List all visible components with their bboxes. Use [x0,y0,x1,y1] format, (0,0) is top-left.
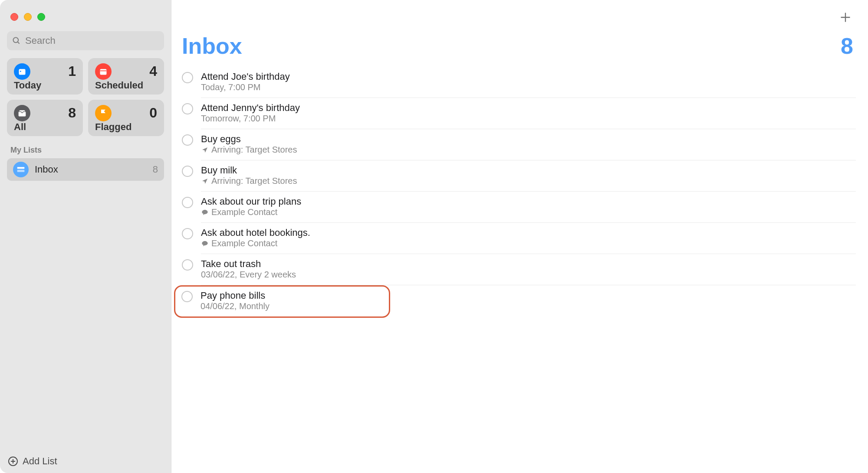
reminder-item[interactable]: Attend Joe's birthdayToday, 7:00 PM [182,67,856,98]
reminder-title: Ask about hotel bookings. [201,227,856,238]
reminder-checkbox[interactable] [182,166,193,177]
smart-list-flagged-count: 0 [149,105,157,121]
reminder-subtitle: Example Contact [201,238,856,248]
reminder-text: Attend Jenny's birthdayTomorrow, 7:00 PM [201,102,856,129]
reminder-checkbox[interactable] [182,197,193,208]
list-header: Inbox 8 [182,33,856,59]
plus-icon [839,11,852,23]
reminders-list: Attend Joe's birthdayToday, 7:00 PMAtten… [182,67,856,318]
add-list-button[interactable]: Add List [8,456,57,467]
message-icon [201,240,209,248]
reminder-item[interactable]: Ask about hotel bookings.Example Contact [182,223,856,254]
reminder-checkbox[interactable] [182,228,193,239]
reminder-subtitle-text: 04/06/22, Monthly [201,301,270,311]
reminder-item[interactable]: Buy eggsArriving: Target Stores [182,129,856,160]
reminder-subtitle: 03/06/22, Every 2 weeks [201,270,856,280]
reminder-text: Buy eggsArriving: Target Stores [201,134,856,160]
list-icon [13,162,29,177]
smart-list-all-label: All [14,121,76,133]
reminder-text: Ask about hotel bookings.Example Contact [201,227,856,254]
location-icon [201,177,209,185]
reminder-item[interactable]: Pay phone bills04/06/22, Monthly [174,285,390,318]
reminder-title: Pay phone bills [201,290,383,301]
smart-list-all-count: 8 [68,105,76,121]
search-input[interactable] [25,35,159,46]
scheduled-icon [95,63,112,80]
reminder-title: Attend Joe's birthday [201,71,856,82]
reminder-checkbox[interactable] [182,134,193,146]
reminder-title: Take out trash [201,258,856,270]
reminder-subtitle-text: Arriving: Target Stores [211,176,297,186]
reminder-text: Ask about our trip plansExample Contact [201,196,856,223]
app-window: 1 Today 4 Scheduled 8 [0,0,868,473]
message-icon [201,209,209,216]
reminder-subtitle: 04/06/22, Monthly [201,301,383,311]
reminder-text: Attend Joe's birthdayToday, 7:00 PM [201,71,856,98]
smart-list-flagged[interactable]: 0 Flagged [88,100,164,136]
reminder-text: Buy milkArriving: Target Stores [201,165,856,192]
window-minimize-button[interactable] [24,13,32,21]
reminder-subtitle-text: Example Contact [211,238,277,248]
add-list-label: Add List [23,456,57,467]
svg-rect-7 [17,170,25,172]
window-close-button[interactable] [10,13,18,21]
smart-list-all[interactable]: 8 All [7,100,83,136]
location-icon [201,146,209,154]
reminder-item[interactable]: Attend Jenny's birthdayTomorrow, 7:00 PM [182,98,856,129]
search-icon [12,36,21,45]
reminder-title: Buy eggs [201,134,856,145]
search-field-container[interactable] [7,31,164,50]
main-panel: Inbox 8 Attend Joe's birthdayToday, 7:00… [171,0,868,473]
reminder-subtitle: Example Contact [201,207,856,217]
reminder-checkbox[interactable] [182,259,193,271]
reminder-subtitle-text: 03/06/22, Every 2 weeks [201,270,296,280]
reminder-subtitle: Today, 7:00 PM [201,82,856,92]
svg-rect-4 [100,69,107,75]
reminder-text: Pay phone bills04/06/22, Monthly [201,290,383,316]
toolbar [838,10,853,25]
reminder-checkbox[interactable] [182,103,193,114]
flagged-icon [95,105,112,121]
smart-list-today-count: 1 [68,63,76,79]
svg-point-0 [13,38,19,43]
reminder-title: Ask about our trip plans [201,196,856,207]
svg-rect-2 [19,69,26,75]
list-title: Inbox [182,33,242,59]
smart-list-flagged-label: Flagged [95,121,157,133]
plus-circle-icon [8,456,18,466]
smart-list-today[interactable]: 1 Today [7,58,83,95]
smart-list-scheduled-label: Scheduled [95,80,157,91]
list-header-count: 8 [841,33,853,59]
reminder-subtitle: Arriving: Target Stores [201,145,856,155]
reminder-subtitle: Arriving: Target Stores [201,176,856,186]
svg-line-1 [18,42,20,44]
reminder-item[interactable]: Take out trash03/06/22, Every 2 weeks [182,254,856,285]
reminder-subtitle-text: Arriving: Target Stores [211,145,297,155]
add-reminder-button[interactable] [838,10,853,25]
smart-lists-grid: 1 Today 4 Scheduled 8 [7,58,164,136]
reminder-subtitle: Tomorrow, 7:00 PM [201,114,856,124]
smart-list-scheduled[interactable]: 4 Scheduled [88,58,164,95]
reminder-title: Buy milk [201,165,856,176]
smart-list-scheduled-count: 4 [149,63,157,79]
reminder-checkbox[interactable] [181,291,193,302]
reminder-item[interactable]: Buy milkArriving: Target Stores [182,160,856,192]
svg-rect-6 [17,167,25,169]
sidebar-list-inbox[interactable]: Inbox 8 [7,158,164,181]
smart-list-today-label: Today [14,80,76,91]
reminder-item[interactable]: Ask about our trip plansExample Contact [182,192,856,223]
reminder-subtitle-text: Today, 7:00 PM [201,82,260,92]
traffic-lights [7,8,164,31]
window-zoom-button[interactable] [37,13,45,21]
today-icon [14,63,30,80]
reminder-text: Take out trash03/06/22, Every 2 weeks [201,258,856,285]
sidebar-list-inbox-count: 8 [153,164,158,175]
all-icon [14,105,30,121]
reminder-checkbox[interactable] [182,72,193,83]
svg-rect-3 [20,71,21,72]
sidebar-list-inbox-name: Inbox [35,164,147,175]
reminder-title: Attend Jenny's birthday [201,102,856,114]
my-lists-heading: My Lists [10,146,161,155]
reminder-subtitle-text: Example Contact [211,207,277,217]
reminder-subtitle-text: Tomorrow, 7:00 PM [201,114,276,124]
